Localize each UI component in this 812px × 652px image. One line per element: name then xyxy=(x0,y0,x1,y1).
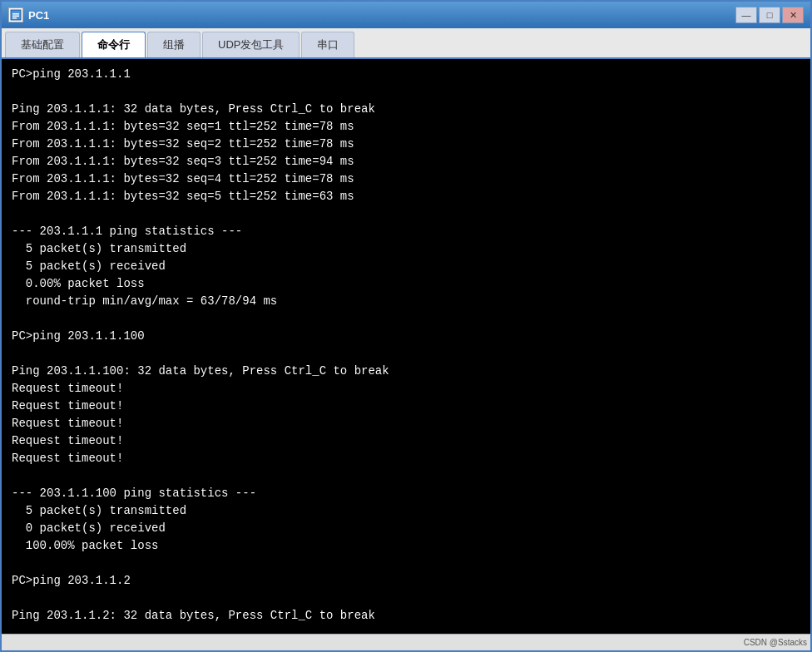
content-area: PC>ping 203.1.1.1 Ping 203.1.1.1: 32 dat… xyxy=(2,59,810,634)
svg-rect-2 xyxy=(12,16,19,17)
svg-rect-3 xyxy=(12,17,17,19)
maximize-button[interactable]: □ xyxy=(759,7,780,23)
tab-bar: 基础配置 命令行 组播 UDP发包工具 串口 xyxy=(2,28,810,59)
title-bar: PC1 — □ ✕ xyxy=(2,2,810,28)
close-button[interactable]: ✕ xyxy=(782,7,804,23)
title-buttons: — □ ✕ xyxy=(735,7,804,23)
bottom-bar: CSDN @Sstacks xyxy=(2,634,810,650)
minimize-button[interactable]: — xyxy=(735,7,757,23)
window-icon xyxy=(8,7,23,22)
tab-serial[interactable]: 串口 xyxy=(301,32,354,57)
watermark: CSDN @Sstacks xyxy=(744,638,807,647)
tab-basics[interactable]: 基础配置 xyxy=(5,32,80,57)
tab-command[interactable]: 命令行 xyxy=(82,32,146,57)
terminal-output[interactable]: PC>ping 203.1.1.1 Ping 203.1.1.1: 32 dat… xyxy=(2,59,810,634)
title-bar-left: PC1 xyxy=(8,7,49,22)
tab-udp[interactable]: UDP发包工具 xyxy=(202,32,300,57)
main-window: PC1 — □ ✕ 基础配置 命令行 组播 UDP发包工具 串口 PC>ping… xyxy=(0,0,812,652)
svg-rect-1 xyxy=(12,13,19,15)
tab-multicast[interactable]: 组播 xyxy=(147,32,201,57)
window-title: PC1 xyxy=(28,9,49,22)
